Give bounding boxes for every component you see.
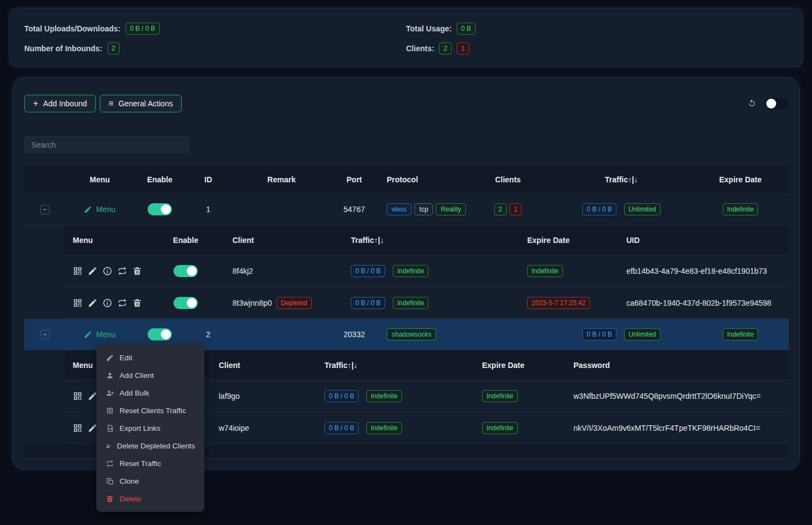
minus-icon: − — [42, 331, 46, 338]
client-table-inbound-1: Menu Enable Client Traffic↑|↓ Expire Dat… — [64, 225, 789, 319]
collapse-inbound-1-button[interactable]: − — [40, 205, 50, 214]
client-expire-badge: Indefinite — [482, 390, 518, 402]
menu-item-reset-traffic[interactable]: Reset Traffic — [96, 454, 204, 472]
theme-toggle[interactable] — [766, 98, 788, 109]
theme-toggle-knob — [766, 99, 776, 109]
client-expire-badge: 2023-5-7 17:25:42 — [527, 297, 590, 309]
toolbar-right — [747, 98, 788, 109]
clients-label: Clients: — [406, 44, 434, 53]
col-client-name: Client — [210, 236, 343, 245]
edit-client-icon[interactable] — [88, 298, 98, 308]
number-of-inbounds-value: 2 — [107, 42, 120, 55]
menu-item-label: Edit — [120, 354, 132, 362]
add-inbound-button[interactable]: + Add Inbound — [24, 95, 96, 112]
menu-item-delete-depleted-clients[interactable]: Delete Depleted Clients — [96, 437, 204, 454]
stat-total-usage: Total Usage: 0 B — [406, 23, 788, 35]
client-traffic-value: 0 B / 0 B — [351, 265, 385, 277]
protocol-tag-vless: vless — [387, 203, 412, 215]
add-inbound-label: Add Inbound — [43, 99, 86, 108]
client-traffic-limit: Indefinite — [366, 422, 402, 434]
inbound-actions-menu: Edit Add Client Add Bulk Reset Clients T… — [96, 344, 204, 512]
toggle-knob — [187, 266, 197, 276]
menu-item-export-links[interactable]: Export Links — [96, 419, 204, 437]
inbound-1-traffic: 0 B / 0 B Unlimited — [551, 203, 692, 215]
col-client-password: Password — [565, 361, 789, 370]
reset-client-traffic-icon[interactable] — [117, 266, 127, 276]
client-password: w3NfbzUPf5WWd745Q8pvsmQrdrttT2lO6knuI7Di… — [565, 392, 789, 400]
protocol-tag-tcp: tcp — [414, 203, 433, 215]
pencil-icon — [84, 331, 92, 339]
client-actions — [64, 298, 161, 308]
client-traffic: 0 B / 0 B Indefinite — [343, 297, 519, 309]
menu-item-clone[interactable]: Clone — [96, 472, 204, 490]
menu-item-label: Reset Clients Traffic — [120, 407, 186, 415]
client-row-8f4kj2: 8f4kj2 0 B / 0 B Indefinite Indefinite e… — [64, 255, 789, 287]
reset-box-icon — [106, 407, 114, 415]
client-expire-badge: Indefinite — [482, 422, 518, 434]
menu-item-delete[interactable]: Delete — [96, 490, 204, 507]
stat-uploads-downloads: Total Uploads/Downloads: 0 B / 0 B — [24, 23, 406, 35]
inbound-1-enable-toggle[interactable] — [148, 203, 172, 215]
client-actions — [64, 266, 161, 276]
inbound-2-protocols: shadowsocks — [377, 328, 465, 340]
reset-client-traffic-icon[interactable] — [117, 298, 127, 308]
col-protocol: Protocol — [377, 175, 465, 184]
info-icon[interactable] — [102, 266, 112, 276]
menu-item-add-bulk[interactable]: Add Bulk — [96, 384, 204, 402]
plus-icon: + — [33, 99, 38, 108]
inbound-1-clients: 2 1 — [465, 203, 551, 215]
search-input[interactable] — [24, 136, 190, 153]
col-enable: Enable — [134, 175, 185, 184]
client-enable-toggle[interactable] — [174, 265, 198, 277]
inbound-2-traffic: 0 B / 0 B Unlimited — [551, 328, 692, 340]
client-uid: efb14b43-4a79-4e83-ef18-e48cf1901b73 — [618, 267, 789, 275]
general-actions-button[interactable]: ≡ General Actions — [100, 95, 182, 112]
trash-icon — [106, 495, 114, 503]
delete-client-icon[interactable] — [132, 266, 142, 276]
inbound-2-menu-button[interactable]: Menu — [84, 330, 115, 339]
total-usage-value: 0 B — [457, 23, 475, 35]
toggle-knob — [187, 298, 197, 308]
menu-item-label: Delete — [120, 495, 141, 503]
col-remark: Remark — [231, 175, 332, 184]
menu-item-reset-clients-traffic[interactable]: Reset Clients Traffic — [96, 402, 204, 419]
menu-item-add-client[interactable]: Add Client — [96, 366, 204, 384]
total-usage-label: Total Usage: — [406, 24, 452, 33]
qrcode-icon[interactable] — [73, 298, 83, 308]
inbound-1-port: 54767 — [332, 205, 377, 214]
toolbar: + Add Inbound ≡ General Actions — [24, 78, 788, 112]
menu-item-label: Add Bulk — [120, 389, 149, 397]
col-client-traffic-sort[interactable]: Traffic↑|↓ — [316, 361, 474, 370]
col-expire-date: Expire Date — [692, 175, 789, 184]
qrcode-icon[interactable] — [73, 266, 83, 276]
client-traffic: 0 B / 0 B Indefinite — [316, 422, 474, 434]
info-icon[interactable] — [102, 298, 112, 308]
menu-item-label: Reset Traffic — [120, 459, 161, 468]
client-uid: ca68470b-1940-437d-802b-1f9573e94598 — [618, 299, 789, 307]
client-name-cell: 8t3wjnn8p0 Depleted — [210, 297, 343, 309]
col-id: ID — [185, 175, 231, 184]
inbounds-table-header: Menu Enable ID Remark Port Protocol Clie… — [24, 165, 789, 194]
inbound-2-expire-badge: Indefinite — [723, 328, 759, 340]
client-traffic-value: 0 B / 0 B — [324, 390, 359, 402]
edit-client-icon[interactable] — [88, 266, 98, 276]
client-password: nkV/I/3XoAm9v6xMT/T5lcrF4TpeTKF98rHARbRo… — [565, 424, 789, 432]
refresh-icon[interactable] — [747, 99, 757, 109]
qrcode-icon[interactable] — [73, 423, 83, 433]
collapse-inbound-2-button[interactable]: − — [40, 330, 50, 339]
qrcode-icon[interactable] — [73, 391, 83, 401]
col-client-traffic-sort[interactable]: Traffic↑|↓ — [343, 236, 519, 245]
col-traffic-sort[interactable]: Traffic↑|↓ — [551, 175, 692, 184]
inbound-1-clients-active: 2 — [494, 203, 507, 215]
pencil-icon — [84, 205, 92, 214]
person-icon — [106, 371, 114, 380]
client-enable-toggle[interactable] — [174, 297, 198, 309]
inbound-1-traffic-value: 0 B / 0 B — [582, 203, 616, 215]
col-client-menu: Menu — [64, 236, 161, 245]
menu-item-label: Delete Depleted Clients — [117, 442, 195, 450]
inbound-1-menu-button[interactable]: Menu — [84, 205, 115, 214]
delete-client-icon[interactable] — [132, 298, 142, 308]
inbound-2-enable-toggle[interactable] — [148, 328, 172, 340]
inbound-1-expire-badge: Indefinite — [723, 203, 759, 215]
menu-item-edit[interactable]: Edit — [96, 349, 204, 366]
